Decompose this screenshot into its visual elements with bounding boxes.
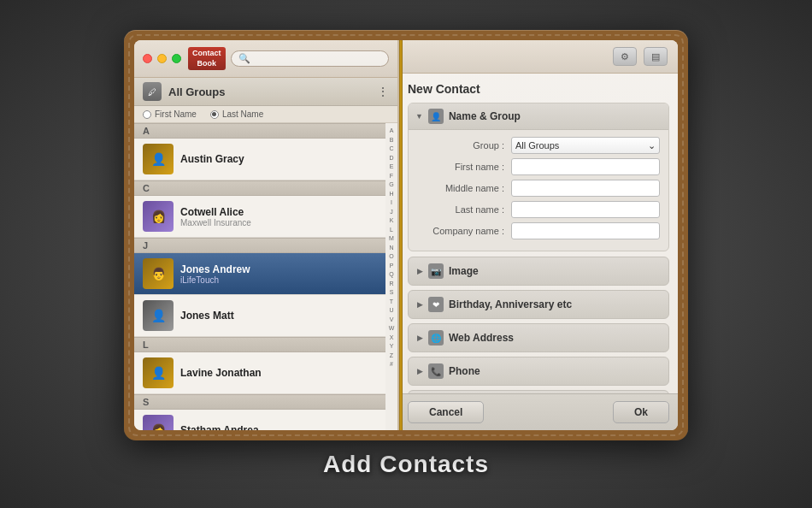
group-select[interactable]: All Groups ⌄ <box>511 137 660 154</box>
alpha-L[interactable]: L <box>390 226 393 235</box>
alpha-P[interactable]: P <box>390 262 394 271</box>
alpha-N[interactable]: N <box>389 244 393 253</box>
middlename-row: Middle name : <box>417 180 660 197</box>
contact-jones-andrew[interactable]: 👨 Jones Andrew iLifeTouch <box>134 253 385 295</box>
contact-sub: iLifeTouch <box>180 275 377 285</box>
app-label: Contact Book <box>188 47 226 70</box>
contact-name: Austin Gracy <box>180 153 377 165</box>
alpha-X[interactable]: X <box>390 334 394 343</box>
middlename-field[interactable] <box>511 180 660 197</box>
birthday-section[interactable]: ▶ ❤ Birthday, Anniversary etc <box>408 290 669 319</box>
sort-firstname[interactable]: First Name <box>143 109 197 119</box>
alpha-A[interactable]: A <box>390 127 394 136</box>
settings-button[interactable]: ⚙ <box>613 47 637 66</box>
alpha-C[interactable]: C <box>389 145 393 154</box>
image-section[interactable]: ▶ 📷 Image <box>408 257 669 286</box>
alpha-S[interactable]: S <box>390 288 394 298</box>
sort-lastname[interactable]: Last Name <box>210 109 263 119</box>
expand-arrow-icon: ▼ <box>415 112 423 121</box>
groups-dropdown[interactable]: ⋮ <box>377 85 389 98</box>
camera-icon: 📷 <box>428 263 444 279</box>
section-A: A <box>134 123 385 139</box>
avatar-lavine: 👤 <box>143 357 174 388</box>
globe-icon: 🌐 <box>428 330 444 346</box>
maximize-button[interactable] <box>172 54 181 63</box>
group-chevron-icon: ⌄ <box>648 140 656 151</box>
firstname-label: First name : <box>417 162 511 172</box>
phone-section[interactable]: ▶ 📞 Phone <box>408 357 669 386</box>
section-L: L <box>134 337 385 352</box>
alpha-K[interactable]: K <box>390 216 394 226</box>
radio-firstname[interactable] <box>143 110 151 119</box>
alpha-D[interactable]: D <box>389 154 393 163</box>
phone-title: Phone <box>449 365 480 377</box>
web-title: Web Address <box>449 332 514 344</box>
alpha-F[interactable]: F <box>390 172 393 181</box>
alpha-hash[interactable]: # <box>390 360 393 369</box>
alpha-G[interactable]: G <box>389 180 393 190</box>
alpha-W[interactable]: W <box>389 324 395 334</box>
contact-info-lavine: Lavine Jonathan <box>180 367 377 379</box>
section-C: C <box>134 180 385 196</box>
alpha-H[interactable]: H <box>389 190 393 199</box>
avatar-austin: 👤 <box>143 144 174 174</box>
alpha-T[interactable]: T <box>390 298 393 307</box>
contact-cotwell-alice[interactable]: 👩 Cotwell Alice Maxwell Insurance <box>134 196 385 238</box>
alpha-O[interactable]: O <box>389 252 393 262</box>
book-inner: Contact Book 🔍 🖊 All Groups ⋮ First Name <box>134 40 678 430</box>
lastname-field[interactable] <box>511 201 660 218</box>
cancel-button[interactable]: Cancel <box>408 401 484 423</box>
right-toolbar: ⚙ ▤ <box>399 40 678 74</box>
alpha-J[interactable]: J <box>390 208 393 217</box>
contact-austin-gracy[interactable]: 👤 Austin Gracy <box>134 139 385 180</box>
groups-label: All Groups <box>168 86 377 98</box>
view-button[interactable]: ▤ <box>644 47 668 66</box>
contact-info-jones-andrew: Jones Andrew iLifeTouch <box>180 263 377 285</box>
search-bar[interactable]: 🔍 <box>231 50 390 67</box>
close-button[interactable] <box>143 54 152 63</box>
app-title: Add Contacts <box>323 451 489 478</box>
contact-lavine-jonathan[interactable]: 👤 Lavine Jonathan <box>134 352 385 394</box>
contact-name: Jones Andrew <box>180 263 377 275</box>
new-contact-panel: New Contact ▼ 👤 Name & Group Group : All <box>399 74 678 393</box>
name-group-form: Group : All Groups ⌄ First name : <box>409 130 668 251</box>
avatar-cotwell: 👩 <box>143 201 174 232</box>
alpha-B[interactable]: B <box>390 136 394 145</box>
firstname-row: First name : <box>417 158 660 175</box>
collapse-arrow-icon: ▶ <box>417 300 423 309</box>
ok-button[interactable]: Ok <box>613 401 669 423</box>
contact-sub: Maxwell Insurance <box>180 218 377 227</box>
alpha-U[interactable]: U <box>389 306 393 316</box>
web-section[interactable]: ▶ 🌐 Web Address <box>408 323 669 352</box>
alpha-M[interactable]: M <box>389 234 394 244</box>
new-contact-header: New Contact <box>408 82 669 96</box>
alpha-Q[interactable]: Q <box>389 270 393 280</box>
group-row: Group : All Groups ⌄ <box>417 137 660 154</box>
alpha-R[interactable]: R <box>389 280 393 289</box>
contact-info-cotwell: Cotwell Alice Maxwell Insurance <box>180 206 377 227</box>
lastname-label: Last name : <box>417 204 511 215</box>
groups-icon: 🖊 <box>143 82 162 101</box>
middlename-label: Middle name : <box>417 183 511 193</box>
alpha-E[interactable]: E <box>390 162 394 172</box>
contacts-scroll[interactable]: A 👤 Austin Gracy C 👩 Cotwell Alice Max <box>134 123 385 430</box>
book-container: Contact Book 🔍 🖊 All Groups ⋮ First Name <box>124 30 688 440</box>
firstname-field[interactable] <box>511 158 660 175</box>
alpha-Y[interactable]: Y <box>390 342 394 351</box>
action-buttons: Cancel Ok <box>399 393 678 430</box>
contact-info-jones-matt: Jones Matt <box>180 310 377 322</box>
companyname-field[interactable] <box>511 222 660 239</box>
contact-jones-matt[interactable]: 👤 Jones Matt <box>134 295 385 337</box>
companyname-row: Company name : <box>417 222 660 239</box>
alpha-Z[interactable]: Z <box>390 351 393 361</box>
alpha-V[interactable]: V <box>390 316 394 325</box>
lastname-row: Last name : <box>417 201 660 218</box>
avatar-jones-matt: 👤 <box>143 300 174 331</box>
search-input[interactable] <box>254 54 382 64</box>
alpha-I[interactable]: I <box>391 198 392 208</box>
contact-statham-andrea[interactable]: 👩 Statham Andrea <box>134 410 385 430</box>
window-chrome: Contact Book 🔍 <box>134 40 397 78</box>
radio-lastname[interactable] <box>210 110 219 119</box>
name-group-header[interactable]: ▼ 👤 Name & Group <box>409 103 668 130</box>
minimize-button[interactable] <box>157 54 167 63</box>
